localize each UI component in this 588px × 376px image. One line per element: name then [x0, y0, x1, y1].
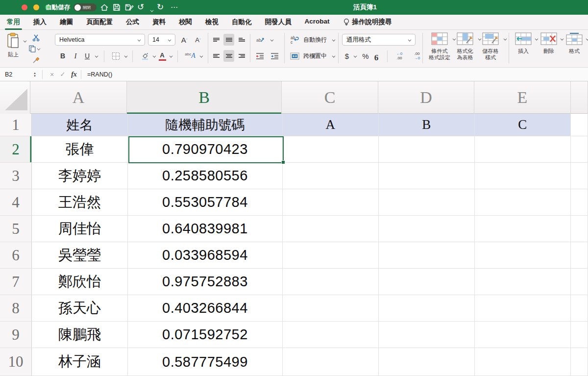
cell-C1[interactable]: A: [283, 114, 379, 136]
column-header-partial[interactable]: [571, 81, 588, 114]
ribbon-tab-10[interactable]: 開發人員: [265, 18, 292, 26]
borders-button[interactable]: [110, 50, 122, 62]
increase-decimal-button[interactable]: ←0.00: [392, 50, 407, 62]
ribbon-tab-7[interactable]: 校閱: [179, 18, 192, 26]
row-header-9[interactable]: 9: [0, 322, 32, 348]
cell-F10[interactable]: [571, 348, 588, 376]
cell-D7[interactable]: [379, 269, 475, 295]
cell-F8[interactable]: [571, 295, 588, 322]
copy-chevron-icon[interactable]: [37, 47, 41, 50]
cell-F4[interactable]: [571, 189, 588, 216]
home-icon[interactable]: [99, 2, 109, 12]
number-format-select[interactable]: 通用格式: [342, 34, 416, 46]
cell-F6[interactable]: [571, 242, 588, 269]
cell-F1[interactable]: [571, 114, 588, 136]
cell-E3[interactable]: [475, 163, 571, 189]
row-header-2[interactable]: 2: [0, 136, 32, 163]
paste-chevron-icon[interactable]: [24, 39, 27, 43]
save-icon[interactable]: [112, 2, 122, 12]
enter-icon[interactable]: ✓: [57, 71, 68, 78]
redo-icon[interactable]: ↻: [157, 1, 164, 13]
merge-center-button[interactable]: 跨欄置中: [301, 50, 329, 62]
cell-B6[interactable]: 0.033968594: [128, 242, 282, 269]
increase-indent-button[interactable]: [269, 50, 280, 62]
cell-styles-button[interactable]: 儲存格樣式: [478, 32, 503, 61]
cell-A6[interactable]: 吳瑩瑩: [32, 242, 128, 269]
row-header-6[interactable]: 6: [0, 242, 32, 269]
more-toolbar-icon[interactable]: ⋯: [171, 1, 178, 13]
cell-A5[interactable]: 周佳怡: [32, 216, 128, 242]
cell-D2[interactable]: [379, 136, 475, 163]
insert-function-icon[interactable]: fx: [68, 71, 80, 78]
cell-E2[interactable]: [475, 136, 571, 163]
cell-E5[interactable]: [475, 216, 571, 242]
cell-C10[interactable]: [283, 348, 379, 376]
formula-input[interactable]: =RAND(): [87, 71, 112, 78]
name-box[interactable]: B2: [0, 68, 30, 81]
cell-C3[interactable]: [283, 163, 379, 189]
text-effects-button[interactable]: abcA: [183, 50, 197, 62]
align-bottom-button[interactable]: [236, 34, 247, 46]
cell-A7[interactable]: 鄭欣怡: [32, 269, 128, 295]
row-header-8[interactable]: 8: [0, 295, 32, 322]
cell-styles-chevron-icon[interactable]: [504, 37, 507, 41]
align-right-button[interactable]: [236, 50, 247, 62]
cell-A1[interactable]: 姓名: [32, 114, 128, 136]
underline-button[interactable]: U: [82, 50, 92, 62]
autosave-toggle[interactable]: 關閉: [74, 3, 97, 11]
column-header-A[interactable]: A: [30, 81, 127, 114]
cell-F9[interactable]: [571, 322, 588, 348]
decrease-indent-button[interactable]: [254, 50, 266, 62]
conditional-formatting-button[interactable]: 條件式格式設定: [427, 32, 452, 61]
cell-A8[interactable]: 孫天心: [32, 295, 128, 322]
cell-B2[interactable]: 0.790970423: [128, 136, 282, 163]
decrease-font-size-button[interactable]: Aˇ: [192, 34, 204, 46]
cell-A10[interactable]: 林子涵: [32, 348, 128, 376]
cell-E8[interactable]: [475, 295, 571, 322]
undo-icon[interactable]: ↺: [137, 1, 144, 13]
wrap-text-icon[interactable]: abc: [289, 34, 300, 46]
row-header-10[interactable]: 10: [0, 348, 32, 376]
cell-D1[interactable]: B: [379, 114, 475, 136]
cell-C8[interactable]: [283, 295, 379, 322]
orientation-chevron-icon[interactable]: [268, 34, 274, 46]
increase-font-size-button[interactable]: Aˆ: [178, 34, 190, 46]
ribbon-tab-9[interactable]: 自動化: [232, 18, 252, 26]
italic-button[interactable]: I: [71, 50, 80, 62]
paste-button[interactable]: 貼上: [6, 32, 21, 58]
format-chevron-icon[interactable]: [586, 37, 588, 41]
format-painter-button[interactable]: [30, 53, 42, 65]
cell-C2[interactable]: [283, 136, 379, 163]
cell-B5[interactable]: 0.640839981: [128, 216, 282, 242]
copy-button[interactable]: [28, 43, 40, 54]
fill-handle[interactable]: [281, 160, 285, 164]
column-header-B[interactable]: B: [127, 81, 282, 114]
minimize-window-button[interactable]: [33, 4, 39, 10]
ribbon-tab-6[interactable]: 資料: [152, 18, 166, 26]
cell-B3[interactable]: 0.258580556: [128, 163, 282, 189]
select-all-corner[interactable]: [0, 81, 30, 114]
insert-cells-button[interactable]: 插入: [513, 32, 534, 54]
name-box-stepper[interactable]: ▲▼: [31, 72, 38, 77]
bold-button[interactable]: B: [58, 50, 68, 62]
cell-E1[interactable]: C: [475, 114, 571, 136]
cell-C7[interactable]: [283, 269, 379, 295]
cell-C4[interactable]: [283, 189, 379, 216]
align-left-button[interactable]: [211, 50, 221, 62]
cell-D4[interactable]: [379, 189, 475, 216]
row-header-5[interactable]: 5: [0, 216, 32, 242]
percent-button[interactable]: %: [361, 50, 370, 62]
currency-button[interactable]: $: [343, 50, 351, 62]
fill-color-chevron-icon[interactable]: [150, 50, 157, 62]
row-header-4[interactable]: 4: [0, 189, 32, 216]
align-middle-button[interactable]: [223, 34, 234, 46]
cell-E7[interactable]: [475, 269, 571, 295]
cell-B10[interactable]: 0.587775499: [128, 348, 282, 376]
cell-A3[interactable]: 李婷婷: [32, 163, 128, 189]
cell-D3[interactable]: [379, 163, 475, 189]
cell-D8[interactable]: [379, 295, 475, 322]
wrap-text-button[interactable]: 自動換行: [301, 34, 329, 46]
cell-D6[interactable]: [379, 242, 475, 269]
cell-A4[interactable]: 王浩然: [32, 189, 128, 216]
cell-D9[interactable]: [379, 322, 475, 348]
